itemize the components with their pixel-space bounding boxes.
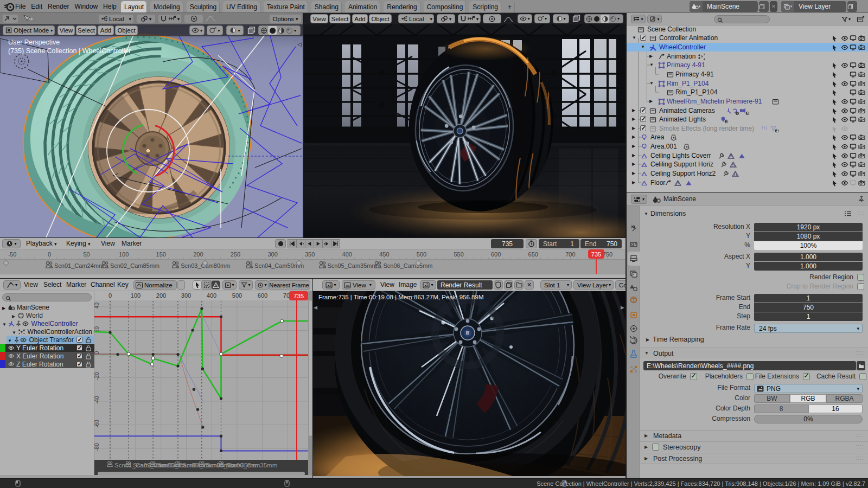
- svg-text:2: 2: [737, 111, 739, 115]
- svg-text:(735) Scene Collection | Wheel: (735) Scene Collection | WheelController: [8, 47, 131, 55]
- svg-text:3: 3: [726, 119, 728, 123]
- svg-text:3: 3: [776, 129, 778, 132]
- svg-text:◀: ◀: [305, 134, 310, 140]
- svg-text:▶: ▶: [620, 134, 624, 140]
- svg-text:User Perspective: User Perspective: [8, 38, 60, 46]
- svg-text:6: 6: [747, 111, 749, 115]
- svg-text:◁: ◁: [297, 41, 302, 47]
